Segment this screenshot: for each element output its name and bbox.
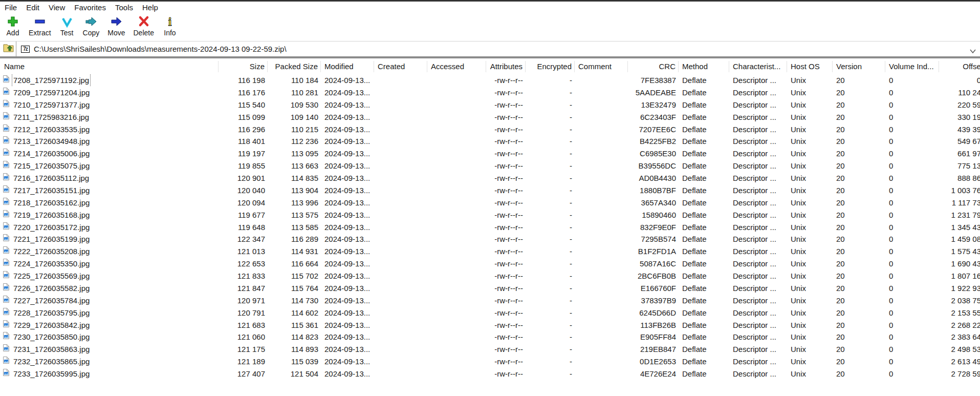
column-header-crc[interactable]: CRC: [628, 61, 679, 72]
move-button[interactable]: Move: [103, 13, 129, 37]
cell-name[interactable]: 7210_1725971377.jpg: [0, 99, 219, 111]
cell-name[interactable]: 7209_1725971204.jpg: [0, 87, 219, 99]
cell-name[interactable]: 7233_1726035995.jpg: [0, 368, 219, 380]
cell-name[interactable]: 7217_1726035151.jpg: [0, 184, 219, 197]
cell-name[interactable]: 7213_1726034948.jpg: [0, 135, 219, 148]
cell-name[interactable]: 7232_1726035865.jpg: [0, 356, 219, 368]
file-row[interactable]: 7230_1726035850.jpg121 060114 8232024-09…: [0, 331, 980, 343]
test-button[interactable]: Test: [55, 13, 79, 37]
file-row[interactable]: 7217_1726035151.jpg120 040113 9042024-09…: [0, 184, 980, 197]
cell-name[interactable]: 7229_1726035842.jpg: [0, 319, 219, 331]
cell-name[interactable]: 7221_1726035199.jpg: [0, 233, 219, 245]
column-header-host_os[interactable]: Host OS: [787, 61, 833, 72]
cell-name[interactable]: 7225_1726035569.jpg: [0, 270, 219, 282]
add-button[interactable]: Add: [1, 13, 25, 37]
file-row[interactable]: 7208_1725971192.jpg116 198110 1842024-09…: [0, 74, 980, 87]
file-row[interactable]: 7225_1726035569.jpg121 833115 7022024-09…: [0, 270, 980, 282]
delete-button[interactable]: Delete: [129, 13, 158, 37]
file-row[interactable]: 7233_1726035995.jpg127 407121 5042024-09…: [0, 368, 980, 380]
cell-method: Deflate: [679, 148, 729, 160]
column-header-encrypted[interactable]: Encrypted: [526, 61, 575, 72]
cell-name[interactable]: 7228_1726035795.jpg: [0, 307, 219, 319]
column-header-characteristics[interactable]: Characterist...: [729, 61, 787, 72]
cell-size: 119 677: [219, 209, 268, 221]
cell-name[interactable]: 7214_1726035006.jpg: [0, 148, 219, 160]
menu-item-favorites[interactable]: Favorites: [70, 2, 111, 13]
cell-comment: [575, 99, 628, 111]
menu-item-view[interactable]: View: [44, 2, 70, 13]
archive-path[interactable]: C:\Users\ShriSailesh\Downloads\measureme…: [34, 45, 287, 53]
cell-name[interactable]: 7226_1726035582.jpg: [0, 282, 219, 295]
cell-name[interactable]: 7222_1726035208.jpg: [0, 245, 219, 258]
cell-packed_size: 110 281: [268, 87, 321, 99]
file-row[interactable]: 7231_1726035863.jpg121 175114 8932024-09…: [0, 343, 980, 356]
file-row[interactable]: 7232_1726035865.jpg121 189115 0392024-09…: [0, 356, 980, 368]
column-header-size[interactable]: Size: [219, 61, 268, 72]
cell-name[interactable]: 7219_1726035168.jpg: [0, 209, 219, 221]
cell-offset: 1 690 43: [939, 258, 980, 270]
extract-button[interactable]: Extract: [25, 13, 55, 37]
cell-created: [374, 74, 427, 87]
file-row[interactable]: 7220_1726035172.jpg119 648113 5852024-09…: [0, 221, 980, 234]
file-row[interactable]: 7214_1726035006.jpg119 197113 0952024-09…: [0, 148, 980, 160]
chevron-down-icon[interactable]: [969, 47, 976, 51]
cell-name[interactable]: 7230_1726035850.jpg: [0, 331, 219, 343]
cell-modified: 2024-09-13...: [321, 307, 374, 319]
column-header-volume_index[interactable]: Volume Ind...: [885, 61, 939, 72]
file-row[interactable]: 7215_1726035075.jpg119 855113 6632024-09…: [0, 160, 980, 172]
file-row[interactable]: 7213_1726034948.jpg118 401112 2362024-09…: [0, 135, 980, 148]
cell-name[interactable]: 7220_1726035172.jpg: [0, 221, 219, 234]
file-row[interactable]: 7219_1726035168.jpg119 677113 5752024-09…: [0, 209, 980, 221]
cell-characteristics: Descriptor ...: [729, 258, 787, 270]
cell-name[interactable]: 7215_1726035075.jpg: [0, 160, 219, 172]
cell-accessed: [427, 331, 486, 343]
cell-modified: 2024-09-13...: [321, 148, 374, 160]
column-header-created[interactable]: Created: [374, 61, 427, 72]
file-row[interactable]: 7210_1725971377.jpg115 540109 5302024-09…: [0, 99, 980, 111]
cell-name[interactable]: 7212_1726033535.jpg: [0, 123, 219, 136]
image-file-icon: [2, 74, 12, 87]
file-row[interactable]: 7212_1726033535.jpg116 296110 2152024-09…: [0, 123, 980, 136]
cell-name[interactable]: 7216_1726035112.jpg: [0, 172, 219, 184]
menu-item-help[interactable]: Help: [138, 2, 163, 13]
file-row[interactable]: 7224_1726035350.jpg122 653116 6642024-09…: [0, 258, 980, 270]
column-header-comment[interactable]: Comment: [575, 61, 628, 72]
column-header-name[interactable]: Name: [0, 61, 219, 72]
file-row[interactable]: 7229_1726035842.jpg121 683115 3612024-09…: [0, 319, 980, 331]
menu-item-file[interactable]: File: [0, 2, 21, 13]
cell-accessed: [427, 368, 486, 380]
cell-name[interactable]: 7224_1726035350.jpg: [0, 258, 219, 270]
cell-comment: [575, 197, 628, 209]
file-row[interactable]: 7209_1725971204.jpg116 176110 2812024-09…: [0, 87, 980, 99]
info-button[interactable]: iInfo: [158, 13, 182, 37]
file-row[interactable]: 7227_1726035784.jpg120 971114 7302024-09…: [0, 295, 980, 307]
file-row[interactable]: 7222_1726035208.jpg121 013114 9312024-09…: [0, 245, 980, 258]
cell-name[interactable]: 7231_1726035863.jpg: [0, 343, 219, 356]
cell-name[interactable]: 7211_1725983216.jpg: [0, 111, 219, 123]
column-header-modified[interactable]: Modified: [321, 61, 374, 72]
column-header-offset[interactable]: Offset: [939, 61, 980, 72]
column-header-method[interactable]: Method: [679, 61, 729, 72]
file-row[interactable]: 7218_1726035162.jpg120 094113 9962024-09…: [0, 197, 980, 209]
column-header-packed_size[interactable]: Packed Size: [268, 61, 321, 72]
image-file-icon: [2, 295, 12, 307]
address-combobox[interactable]: 7z C:\Users\ShriSailesh\Downloads\measur…: [16, 41, 980, 56]
cell-name[interactable]: 7208_1725971192.jpg: [0, 74, 219, 87]
column-header-version[interactable]: Version: [833, 61, 885, 72]
cell-name[interactable]: 7218_1726035162.jpg: [0, 197, 219, 209]
file-row[interactable]: 7216_1726035112.jpg120 901114 8352024-09…: [0, 172, 980, 184]
file-row[interactable]: 7226_1726035582.jpg121 847115 7642024-09…: [0, 282, 980, 295]
column-header-accessed[interactable]: Accessed: [427, 61, 486, 72]
cell-name[interactable]: 7227_1726035784.jpg: [0, 295, 219, 307]
menu-item-edit[interactable]: Edit: [21, 2, 44, 13]
cell-created: [374, 111, 427, 123]
copy-button[interactable]: Copy: [79, 13, 104, 37]
cell-size: 121 175: [219, 343, 268, 356]
file-row[interactable]: 7228_1726035795.jpg120 791114 6022024-09…: [0, 307, 980, 319]
cell-accessed: [427, 135, 486, 148]
menu-item-tools[interactable]: Tools: [111, 2, 138, 13]
folder-up-button[interactable]: [3, 43, 15, 55]
file-row[interactable]: 7221_1726035199.jpg122 347116 2892024-09…: [0, 233, 980, 245]
column-header-attributes[interactable]: Attributes: [486, 61, 526, 72]
file-row[interactable]: 7211_1725983216.jpg115 099109 1402024-09…: [0, 111, 980, 123]
